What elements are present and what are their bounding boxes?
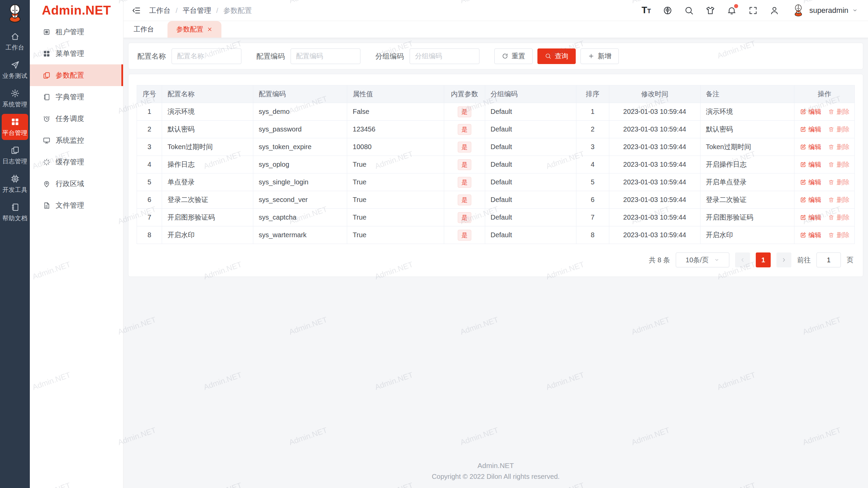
delete-link[interactable]: 删除 [828,178,849,187]
col-value: 属性值 [347,85,444,103]
edit-link[interactable]: 编辑 [800,143,821,151]
cell-time: 2023-01-03 10:59:44 [609,209,700,226]
sidebar-item-tenant-mgmt[interactable]: 租户管理 [30,21,123,43]
search-icon[interactable] [684,6,694,15]
edit-label: 编辑 [808,196,821,204]
cell-code: sys_wartermark [253,226,347,244]
delete-link[interactable]: 删除 [828,125,849,134]
alarm-icon [43,115,51,123]
rail-item-system-mgmt[interactable]: 系统管理 [2,85,28,111]
breadcrumb-item[interactable]: 平台管理 [183,6,211,15]
cell-remark: 开启操作日志 [700,156,794,174]
fullscreen-icon[interactable] [748,6,758,15]
search-form-card: 配置名称 配置编码 分组编码 重置 查询 [128,43,863,69]
query-button[interactable]: 查询 [537,48,576,64]
add-button[interactable]: 新增 [580,48,619,64]
footer: Admin.NET Copyright © 2022 Dilon All rig… [128,462,863,483]
delete-link[interactable]: 删除 [828,196,849,204]
rail-item-help-docs[interactable]: 帮助文档 [2,199,28,225]
delete-label: 删除 [836,196,849,204]
group-code-input[interactable] [410,48,479,64]
filter-config-code: 配置编码 [256,48,360,64]
goto-label: 前往 [797,256,811,265]
tab-workbench[interactable]: 工作台 [132,21,155,38]
language-icon[interactable] [663,6,672,15]
sidebar-item-cache-mgmt[interactable]: 缓存管理 [30,151,123,173]
rail-item-log-mgmt[interactable]: 日志管理 [2,142,28,168]
goto-page-input[interactable] [816,252,841,267]
chevron-left-icon [739,257,746,263]
user-menu[interactable]: superadmin [791,3,858,18]
cell-remark: 开启水印 [700,226,794,244]
topbar-right: TT superadmin [642,3,858,18]
font-size-icon[interactable]: TT [642,6,651,15]
tab-param-config[interactable]: 参数配置 [167,21,221,38]
next-page-button[interactable] [776,252,791,267]
rail-item-label: 开发工具 [2,186,27,194]
table-header-row: 序号配置名称配置编码属性值内置参数分组编码排序修改时间备注操作 [137,85,855,103]
config-name-input[interactable] [172,48,241,64]
notification-bell-icon[interactable] [727,6,736,15]
builtin-tag: 是 [458,142,471,152]
collapse-sidebar-icon[interactable] [132,6,141,15]
reset-button[interactable]: 重置 [494,48,533,64]
cell-code: sys_demo [253,103,347,121]
rail-item-dev-tools[interactable]: 开发工具 [2,171,28,197]
topbar-left: 工作台/平台管理/参数配置 [132,6,252,15]
sidebar-item-admin-region[interactable]: 行政区域 [30,173,123,195]
app-logo-mascot [4,2,26,24]
sidebar-item-label: 任务调度 [56,114,84,123]
sidebar-item-system-monitor[interactable]: 系统监控 [30,129,123,151]
page-unit-label: 页 [847,256,853,265]
sidebar-item-param-config[interactable]: 参数配置 [30,64,123,86]
delete-link[interactable]: 删除 [828,231,849,240]
edit-link[interactable]: 编辑 [800,125,821,134]
cell-time: 2023-01-03 10:59:44 [609,103,700,121]
delete-link[interactable]: 删除 [828,107,849,116]
edit-link[interactable]: 编辑 [800,213,821,222]
edit-link[interactable]: 编辑 [800,231,821,240]
edit-icon [800,197,806,203]
cell-value: True [347,209,444,226]
config-code-input[interactable] [291,48,360,64]
config-code-label: 配置编码 [256,52,285,61]
page-size-select[interactable]: 10条/页 [676,252,729,267]
edit-link[interactable]: 编辑 [800,107,821,116]
sidebar-item-task-schedule[interactable]: 任务调度 [30,108,123,129]
sidebar-item-menu-mgmt[interactable]: 菜单管理 [30,43,123,64]
close-tab-icon[interactable] [207,26,213,32]
cell-op: 编辑删除 [794,103,855,121]
rail-item-platform-mgmt[interactable]: 平台管理 [2,114,28,140]
sidebar-item-label: 菜单管理 [56,49,84,58]
cell-op: 编辑删除 [794,121,855,138]
col-builtin: 内置参数 [444,85,485,103]
cell-sort: 1 [576,103,609,121]
rail-item-workbench[interactable]: 工作台 [2,28,28,55]
delete-link[interactable]: 删除 [828,213,849,222]
cell-sort: 3 [576,138,609,156]
config-name-label: 配置名称 [137,52,166,61]
edit-link[interactable]: 编辑 [800,160,821,169]
cell-value: False [347,103,444,121]
delete-link[interactable]: 删除 [828,160,849,169]
profile-icon[interactable] [770,6,779,15]
trash-icon [828,126,834,133]
loading-icon [43,158,51,166]
cell-sort: 2 [576,121,609,138]
cell-value: 123456 [347,121,444,138]
theme-icon[interactable] [706,6,715,15]
rail-item-label: 日志管理 [2,157,27,165]
cell-index: 7 [137,209,162,226]
sidebar-item-file-mgmt[interactable]: 文件管理 [30,195,123,216]
cell-index: 1 [137,103,162,121]
delete-link[interactable]: 删除 [828,143,849,151]
cell-index: 6 [137,191,162,209]
prev-page-button[interactable] [735,252,750,267]
edit-link[interactable]: 编辑 [800,178,821,187]
edit-link[interactable]: 编辑 [800,196,821,204]
cell-remark: Token过期时间 [700,138,794,156]
sidebar-item-dict-mgmt[interactable]: 字典管理 [30,86,123,108]
current-page-button[interactable]: 1 [756,252,771,267]
breadcrumb-item[interactable]: 工作台 [149,6,171,15]
rail-item-business-test[interactable]: 业务测试 [2,57,28,83]
